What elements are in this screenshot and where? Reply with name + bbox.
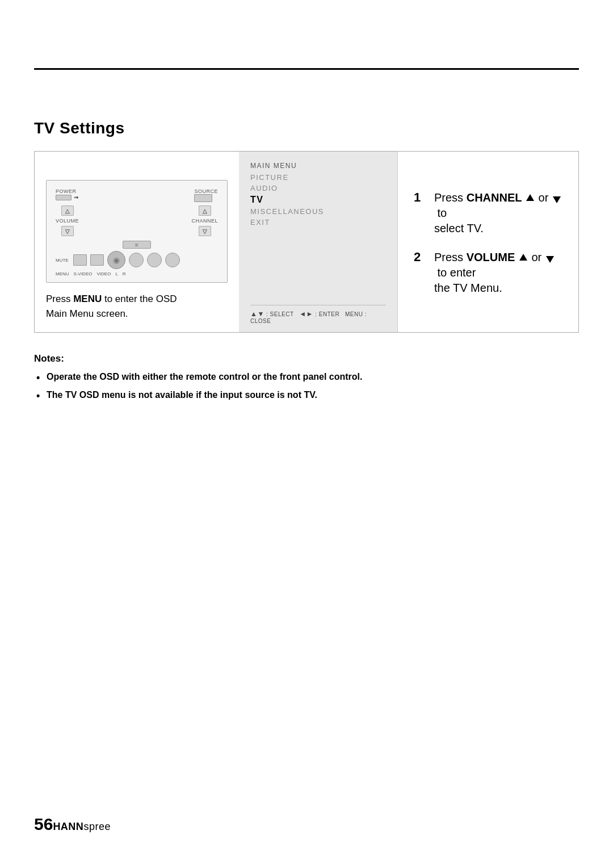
svideo-port-label: S-video [74, 271, 93, 276]
press-menu-suffix: to enter the OSD [102, 293, 177, 304]
rect-btn-1 [73, 254, 87, 266]
channel-down-arrow [553, 196, 561, 203]
volume-down-btn [61, 226, 74, 236]
step1-or: or [539, 191, 549, 204]
volume-section: VOLUME [56, 206, 79, 236]
footer: 56 HANNspree [34, 815, 111, 834]
channel-up-btn [199, 206, 211, 216]
steps-container: 1 Press CHANNEL or toselect TV. 2 Press … [398, 152, 578, 332]
step-2-number: 2 [414, 250, 427, 265]
osd-select-label: : SELECT [264, 311, 299, 317]
press-menu-text: Press MENU to enter the OSD Main Menu sc… [46, 292, 228, 321]
osd-item-exit: EXIT [250, 218, 386, 227]
r-port-label: R [123, 271, 126, 276]
remote-connector-area [56, 241, 218, 249]
volume-down-arrow [546, 256, 554, 263]
osd-main-menu-header: MAIN MENU [250, 162, 386, 170]
step2-or: or [531, 251, 541, 263]
channel-section: CHANNEL [191, 206, 218, 236]
mute-label: MUTE [56, 258, 69, 263]
l-port-label: L [115, 271, 117, 276]
brand-upper: HANN [53, 821, 83, 832]
notes-title: Notes: [34, 353, 579, 364]
remote-connector [123, 241, 151, 249]
press-menu-line3: Main Menu screen. [46, 308, 128, 319]
tv-controls-diagram: POWER ⇒ SOURCE [46, 180, 228, 283]
circle-btn-1 [129, 253, 144, 267]
rect-btn-2 [90, 254, 104, 266]
footer-brand: HANNspree [53, 821, 111, 833]
top-rule [34, 68, 579, 70]
channel-down-btn [199, 226, 211, 236]
channel-up-arrow [526, 194, 534, 201]
source-label: SOURCE [194, 188, 218, 194]
step1-to: to [438, 207, 447, 219]
osd-item-misc: MISCELLANEOUS [250, 207, 386, 216]
right-column: MAIN MENU PICTURE AUDIO TV MISCELLANEOUS… [239, 152, 578, 332]
brand-lower: spree [83, 821, 111, 832]
press-menu-bold: MENU [73, 293, 102, 304]
volume-up-arrow [519, 254, 527, 261]
osd-item-picture: PICTURE [250, 173, 386, 182]
instruction-box: POWER ⇒ SOURCE [34, 151, 579, 333]
osd-select-info: ▲▼ : SELECT ◄► : ENTER MENU : CLOSE [250, 305, 386, 324]
osd-menu: MAIN MENU PICTURE AUDIO TV MISCELLANEOUS… [250, 162, 386, 300]
bottom-controls: MUTE MENU S-video Video L [56, 251, 218, 276]
channel-label: CHANNEL [191, 218, 218, 224]
press-menu-text-prefix: Press [46, 293, 73, 304]
step-1: 1 Press CHANNEL or toselect TV. [414, 190, 567, 236]
port-labels: MENU S-video Video L R [56, 271, 218, 276]
menu-port-label: MENU [56, 271, 69, 276]
video-port-label: Video [96, 271, 111, 276]
step-1-number: 1 [414, 190, 427, 205]
note-item-1: Operate the OSD with either the remote c… [34, 370, 579, 384]
power-label: POWER [56, 188, 78, 194]
step-1-text: Press CHANNEL or toselect TV. [434, 190, 567, 236]
osd-item-tv: TV [250, 195, 386, 205]
footer-page-number: 56 [34, 815, 53, 834]
volume-up-btn [61, 206, 74, 216]
osd-select-sym: ▲▼ [250, 310, 264, 318]
osd-panel: MAIN MENU PICTURE AUDIO TV MISCELLANEOUS… [239, 152, 398, 332]
volume-label: VOLUME [56, 218, 79, 224]
note-item-2: The TV OSD menu is not available if the … [34, 388, 579, 402]
notes-section: Notes: Operate the OSD with either the r… [34, 353, 579, 402]
osd-item-audio: AUDIO [250, 184, 386, 192]
step-2-text: Press VOLUME or to enterthe TV Menu. [434, 250, 567, 296]
notes-list: Operate the OSD with either the remote c… [34, 370, 579, 402]
step-2: 2 Press VOLUME or to enterthe TV Menu. [414, 250, 567, 296]
circle-btn-2 [147, 253, 162, 267]
joystick [107, 251, 125, 269]
step2-to: to enter [438, 266, 476, 279]
power-section: POWER ⇒ [56, 188, 78, 200]
section-title: TV Settings [34, 119, 579, 137]
left-column: POWER ⇒ SOURCE [35, 152, 239, 332]
source-section: SOURCE [194, 188, 218, 202]
circle-btn-3 [165, 253, 180, 267]
osd-enter-sym: ◄► [299, 310, 313, 318]
